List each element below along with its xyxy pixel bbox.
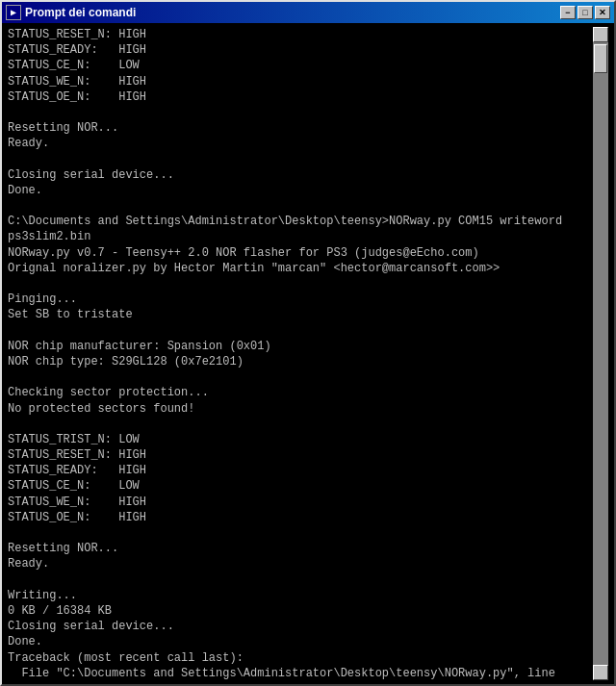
terminal-line: STATUS_OE_N: HIGH [8,510,593,525]
terminal-line: C:\Documents and Settings\Administrator\… [8,214,593,229]
close-button[interactable]: ✕ [595,6,610,19]
scroll-down-button[interactable]: ▼ [593,665,608,680]
terminal-line: NOR chip type: S29GL128 (0x7e2101) [8,354,593,369]
terminal-line [8,152,593,167]
window: ▶ Prompt dei comandi − □ ✕ STATUS_RESET_… [0,0,616,686]
terminal-line: Ready. [8,136,593,151]
terminal-line: STATUS_RESET_N: HIGH [8,447,593,463]
minimize-button[interactable]: − [560,6,576,19]
terminal-line: Done. [8,634,593,649]
terminal-line: Closing serial device... [8,167,593,183]
terminal-line: STATUS_RESET_N: HIGH [8,27,593,42]
terminal-line: STATUS_CE_N: LOW [8,58,593,73]
terminal-line: Orignal noralizer.py by Hector Martin "m… [8,261,593,276]
terminal-line: Pinging... [8,292,593,307]
window-icon: ▶ [6,5,21,20]
scroll-track[interactable] [593,42,608,665]
terminal-line [8,572,593,588]
terminal-line: Set SB to tristate [8,307,593,322]
terminal-line: STATUS_TRIST_N: LOW [8,432,593,447]
title-bar: ▶ Prompt dei comandi − □ ✕ [2,2,614,23]
terminal-line: STATUS_WE_N: HIGH [8,74,593,89]
terminal-line: STATUS_OE_N: HIGH [8,89,593,105]
terminal-line: Checking sector protection... [8,385,593,400]
terminal-line [8,105,593,120]
terminal-line [8,525,593,541]
terminal-line: STATUS_READY: HIGH [8,463,593,478]
terminal-line: Closing serial device... [8,619,593,634]
terminal-line: File "C:\Documents and Settings\Administ… [8,666,593,680]
terminal-line: Ready. [8,556,593,572]
title-buttons: − □ ✕ [560,6,610,19]
terminal-line: STATUS_CE_N: LOW [8,478,593,494]
terminal-line [8,417,593,432]
terminal-line [8,276,593,292]
terminal-line: Resetting NOR... [8,120,593,136]
terminal-line: NOR chip manufacturer: Spansion (0x01) [8,339,593,354]
terminal-line [8,369,593,385]
terminal-line: STATUS_READY: HIGH [8,42,593,58]
maximize-button[interactable]: □ [578,6,593,19]
terminal-content: STATUS_RESET_N: HIGHSTATUS_READY: HIGHST… [8,27,593,680]
terminal-line: No protected sectors found! [8,401,593,417]
terminal-line: 0 KB / 16384 KB [8,603,593,619]
scrollbar[interactable]: ▲ ▼ [593,27,608,680]
window-title: Prompt dei comandi [25,6,136,19]
terminal-line [8,323,593,339]
terminal-line: Resetting NOR... [8,541,593,556]
terminal-area: STATUS_RESET_N: HIGHSTATUS_READY: HIGHST… [2,23,614,684]
terminal-line [8,198,593,214]
terminal-line: Writing... [8,588,593,603]
title-bar-left: ▶ Prompt dei comandi [6,5,136,20]
terminal-line: NORway.py v0.7 - Teensy++ 2.0 NOR flashe… [8,245,593,261]
terminal-line: Done. [8,183,593,198]
terminal-line: ps3slim2.bin [8,229,593,244]
scroll-thumb[interactable] [594,44,607,73]
scroll-up-button[interactable]: ▲ [593,27,608,42]
terminal-line: Traceback (most recent call last): [8,650,593,666]
terminal-line: STATUS_WE_N: HIGH [8,495,593,510]
